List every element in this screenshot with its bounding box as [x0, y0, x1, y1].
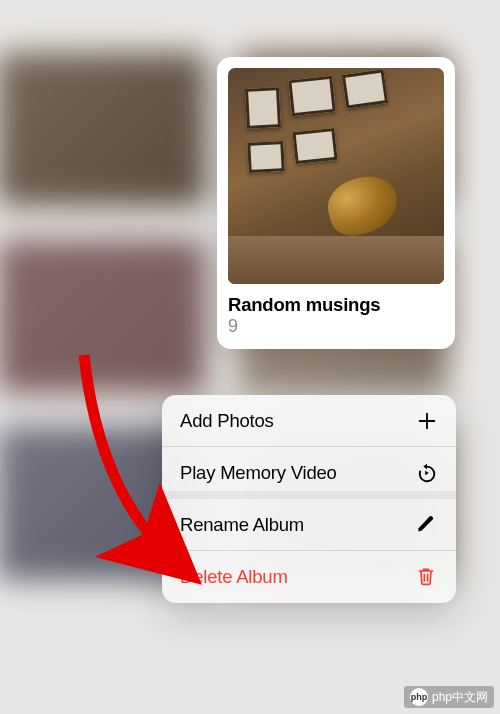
menu-label: Delete Album	[180, 566, 288, 588]
album-photo-count: 9	[228, 316, 444, 337]
watermark: php php中文网	[404, 686, 494, 708]
pencil-icon	[416, 514, 438, 536]
menu-label: Rename Album	[180, 514, 304, 536]
watermark-logo: php	[410, 688, 428, 706]
trash-icon	[416, 566, 438, 588]
album-title: Random musings	[228, 294, 444, 316]
replay-icon	[416, 462, 438, 484]
menu-item-delete-album[interactable]: Delete Album	[162, 551, 456, 603]
album-preview-card[interactable]: Random musings 9	[217, 57, 455, 349]
menu-item-play-memory-video[interactable]: Play Memory Video	[162, 447, 456, 499]
menu-label: Play Memory Video	[180, 462, 337, 484]
menu-item-add-photos[interactable]: Add Photos	[162, 395, 456, 447]
menu-label: Add Photos	[180, 410, 274, 432]
watermark-text: php中文网	[432, 689, 488, 706]
plus-icon	[416, 410, 438, 432]
menu-item-rename-album[interactable]: Rename Album	[162, 499, 456, 551]
context-menu: Add Photos Play Memory Video Rename Albu…	[162, 395, 456, 603]
album-cover-image	[228, 68, 444, 284]
